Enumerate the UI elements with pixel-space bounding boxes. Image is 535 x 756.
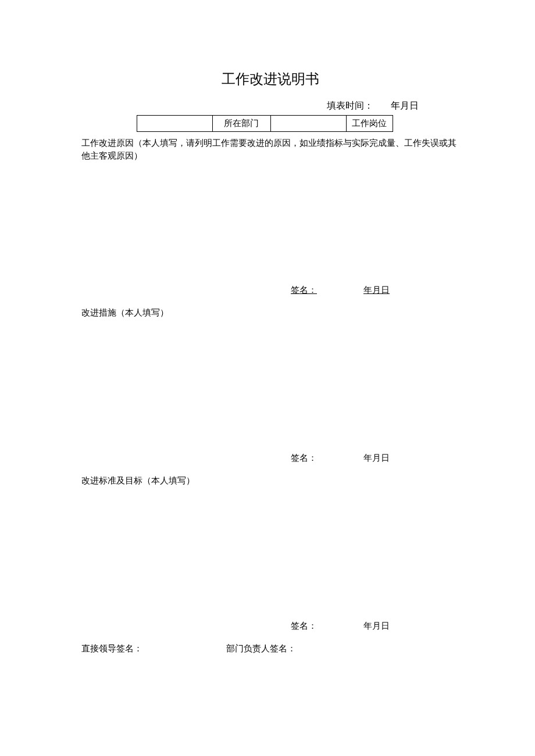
fill-time-label: 填表时间：: [327, 101, 373, 110]
fill-time-row: 填表时间：年月日: [81, 100, 459, 112]
reason-prompt: 工作改进原因（本人填写，请列明工作需要改进的原因，如业绩指标与实际完成量、工作失…: [81, 137, 459, 162]
sig-date: 年月日: [363, 453, 390, 463]
reason-block[interactable]: 签名：年月日: [81, 162, 459, 296]
name-cell-blank[interactable]: [137, 116, 213, 132]
info-table: 所在部门 工作岗位: [137, 115, 416, 132]
sig-label: 签名：: [291, 453, 317, 463]
standards-heading: 改进标准及目标（本人填写）: [81, 475, 459, 486]
measures-block[interactable]: 签名：年月日: [81, 318, 459, 464]
fill-time-date: 年月日: [391, 101, 419, 110]
measures-heading: 改进措施（本人填写）: [81, 307, 459, 318]
page-title: 工作改进说明书: [81, 70, 459, 88]
reason-signature-line[interactable]: 签名：年月日: [291, 285, 390, 296]
final-signature-row: 直接领导签名： 部门负责人签名：: [81, 643, 459, 654]
sig-label: 签名：: [291, 285, 317, 295]
sig-date: 年月日: [363, 621, 390, 630]
standards-signature-line[interactable]: 签名：年月日: [291, 621, 390, 632]
leader-signature-label[interactable]: 直接领导签名：: [81, 643, 142, 654]
standards-block[interactable]: 签名：年月日: [81, 486, 459, 632]
dept-value-cell[interactable]: [270, 116, 346, 132]
pos-label-cell: 工作岗位: [346, 116, 393, 132]
sig-date: 年月日: [363, 285, 390, 295]
dept-label-cell: 所在部门: [212, 116, 270, 132]
dept-head-signature-label[interactable]: 部门负责人签名：: [226, 643, 296, 654]
sig-label: 签名：: [291, 621, 317, 630]
measures-signature-line[interactable]: 签名：年月日: [291, 453, 390, 464]
pos-value-cell[interactable]: [393, 116, 416, 132]
